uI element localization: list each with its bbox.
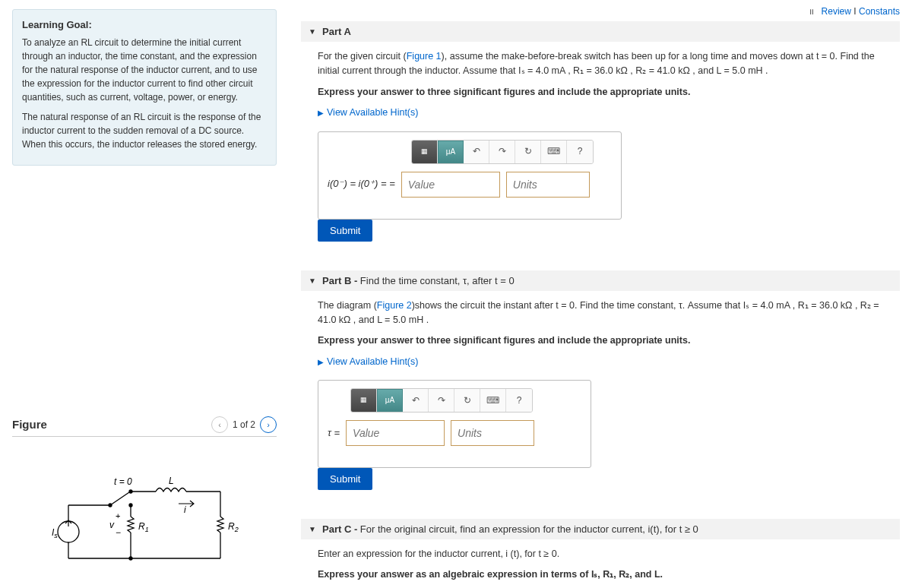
top-links: Review I Constants: [301, 6, 900, 21]
svg-text:R1: R1: [138, 521, 149, 533]
part-a-toolbar: ▦ μA ↶ ↷ ↻ ⌨ ?: [411, 140, 594, 164]
svg-text:Is: Is: [52, 527, 58, 539]
figure-pager-text: 1 of 2: [233, 419, 255, 430]
part-a-header[interactable]: ▼ Part A: [301, 21, 900, 42]
part-c-title: Part C - For the original circuit, find …: [322, 523, 698, 535]
svg-text:i: i: [184, 504, 186, 515]
redo-button[interactable]: ↷: [429, 389, 454, 412]
svg-text:t = 0: t = 0: [114, 476, 132, 487]
constants-link[interactable]: Constants: [859, 6, 900, 17]
redo-button[interactable]: ↷: [489, 141, 515, 163]
learning-goal-heading: Learning Goal:: [22, 17, 267, 33]
keyboard-button[interactable]: ⌨: [541, 141, 567, 163]
svg-text:L: L: [169, 476, 174, 486]
reset-button[interactable]: ↻: [454, 389, 480, 412]
part-b-toolbar: ▦ μA ↶ ↷ ↻ ⌨ ?: [350, 388, 533, 413]
part-b-answer-box: ▦ μA ↶ ↷ ↻ ⌨ ? τ =: [318, 380, 591, 468]
part-c-header[interactable]: ▼ Part C - For the original circuit, fin…: [301, 519, 900, 539]
part-b-instr: Express your answer to three significant…: [318, 334, 883, 348]
svg-point-4: [109, 504, 112, 507]
part-b-eq-label: τ =: [328, 425, 340, 441]
svg-point-15: [129, 557, 132, 560]
learning-goal-p1: To analyze an RL circuit to determine th…: [22, 36, 267, 104]
circuit-figure: t = 0 L i Is + − v R1 R2: [12, 475, 277, 576]
part-a-answer-box: ▦ μA ↶ ↷ ↻ ⌨ ? i(0⁻) = i(0⁺) = =: [318, 131, 622, 220]
review-link[interactable]: Review: [822, 6, 851, 17]
templates-button[interactable]: ▦: [412, 141, 438, 163]
caret-down-icon: ▼: [309, 525, 316, 533]
part-a-title: Part A: [322, 26, 351, 37]
figure-prev-button[interactable]: ‹: [211, 416, 228, 433]
units-mu-button[interactable]: μA: [438, 141, 464, 163]
part-a-instr: Express your answer to three significant…: [318, 85, 883, 100]
part-b-header[interactable]: ▼ Part B - Find the time constant, τ, af…: [301, 270, 900, 291]
part-c-text: Enter an expression for the inductor cur…: [318, 547, 883, 561]
svg-line-3: [110, 492, 129, 505]
svg-text:+: +: [116, 511, 120, 520]
templates-button[interactable]: ▦: [351, 389, 377, 412]
help-button[interactable]: ?: [567, 141, 593, 163]
svg-text:−: −: [116, 527, 121, 538]
reset-button[interactable]: ↻: [515, 141, 541, 163]
part-a-value-input[interactable]: [401, 172, 500, 198]
part-b-value-input[interactable]: [346, 420, 445, 446]
part-b-title: Part B - Find the time constant, τ, afte…: [322, 275, 515, 286]
svg-text:v: v: [109, 520, 115, 530]
part-a-text: For the given circuit (Figure 1), assume…: [318, 49, 883, 79]
part-a-hints-toggle[interactable]: View Available Hint(s): [318, 106, 883, 120]
units-mu-button[interactable]: μA: [377, 389, 403, 412]
caret-down-icon: ▼: [309, 27, 316, 36]
part-b-text: The diagram (Figure 2)shows the circuit …: [318, 299, 883, 328]
figure-2-link[interactable]: Figure 2: [377, 300, 412, 311]
part-a-eq-label: i(0⁻) = i(0⁺) = =: [328, 176, 395, 191]
figure-1-link[interactable]: Figure 1: [407, 51, 442, 62]
learning-goal-box: Learning Goal: To analyze an RL circuit …: [12, 9, 277, 166]
part-a-units-input[interactable]: [506, 172, 590, 198]
help-button[interactable]: ?: [506, 389, 532, 412]
undo-button[interactable]: ↶: [403, 389, 429, 412]
caret-down-icon: ▼: [309, 277, 316, 285]
part-b-hints-toggle[interactable]: View Available Hint(s): [318, 355, 883, 369]
undo-button[interactable]: ↶: [464, 141, 489, 163]
part-c-instr: Express your answer as an algebraic expr…: [318, 567, 883, 582]
figure-title: Figure: [12, 418, 47, 431]
figure-pager: ‹ 1 of 2 ›: [211, 416, 277, 433]
svg-text:R2: R2: [228, 521, 239, 533]
figure-next-button[interactable]: ›: [260, 416, 277, 433]
part-b-submit-button[interactable]: Submit: [318, 468, 372, 490]
part-a-submit-button[interactable]: Submit: [318, 220, 372, 242]
learning-goal-p2: The natural response of an RL circuit is…: [22, 110, 267, 151]
keyboard-button[interactable]: ⌨: [480, 389, 506, 412]
part-b-units-input[interactable]: [451, 420, 534, 446]
